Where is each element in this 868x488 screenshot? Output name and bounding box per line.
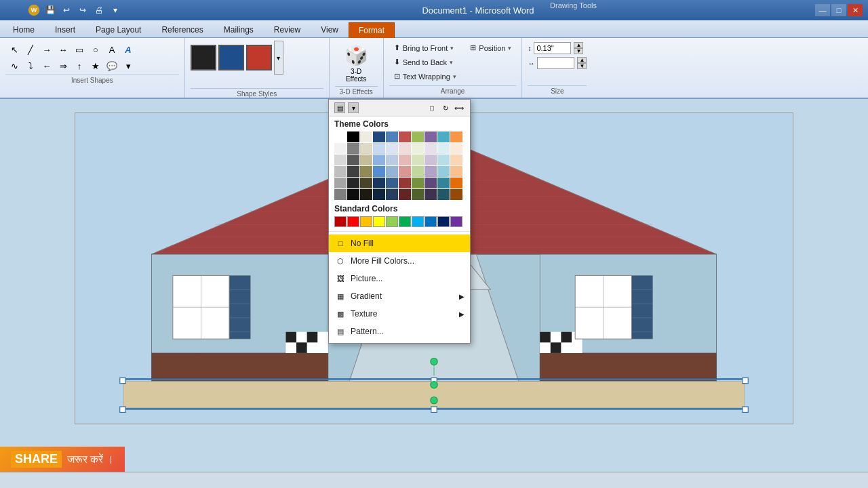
standard-color-cell[interactable] <box>386 216 398 227</box>
theme-color-cell[interactable] <box>399 143 411 154</box>
star-tool[interactable]: ★ <box>88 58 103 73</box>
theme-color-cell[interactable] <box>373 178 385 188</box>
callout-tool[interactable]: 💬 <box>104 58 119 73</box>
theme-color-cell[interactable] <box>360 178 372 188</box>
standard-color-cell[interactable] <box>437 216 450 227</box>
tab-view[interactable]: View <box>311 22 349 37</box>
bring-to-front-btn[interactable]: ⬆ Bring to Front ▾ <box>389 41 459 54</box>
theme-color-cell[interactable] <box>425 178 437 188</box>
theme-color-cell[interactable] <box>450 131 462 142</box>
theme-color-cell[interactable] <box>399 155 411 165</box>
height-input[interactable] <box>534 42 571 54</box>
theme-color-cell[interactable] <box>334 178 347 188</box>
theme-color-cell[interactable] <box>412 155 424 165</box>
width-input[interactable] <box>537 57 574 69</box>
standard-color-cell[interactable] <box>412 216 424 227</box>
cp-dropdown-icon[interactable]: ▾ <box>348 102 359 113</box>
theme-color-cell[interactable] <box>360 131 372 142</box>
theme-color-cell[interactable] <box>334 143 347 154</box>
theme-color-cell[interactable] <box>437 131 450 142</box>
theme-color-cell[interactable] <box>334 189 347 200</box>
height-spinner[interactable]: ▲ ▼ <box>574 42 583 54</box>
office-button[interactable]: W <box>27 3 41 17</box>
more-shapes[interactable]: ▾ <box>121 58 136 73</box>
tab-mailings[interactable]: Mailings <box>214 22 264 37</box>
theme-color-cell[interactable] <box>437 155 450 165</box>
theme-color-cell[interactable] <box>360 143 372 154</box>
print-button[interactable]: 🖨 <box>92 3 106 17</box>
tab-format[interactable]: Format <box>349 22 395 38</box>
curve-tool[interactable]: ∿ <box>7 58 22 73</box>
width-up[interactable]: ▲ <box>577 57 587 63</box>
cp-fill-icon[interactable]: ▤ <box>334 102 345 113</box>
right-arrow-tool[interactable]: ⇒ <box>56 58 71 73</box>
theme-color-cell[interactable] <box>450 143 462 154</box>
theme-color-cell[interactable] <box>425 155 437 165</box>
width-spinner[interactable]: ▲ ▼ <box>577 57 587 69</box>
theme-color-cell[interactable] <box>334 166 347 177</box>
theme-color-cell[interactable] <box>347 166 359 177</box>
fill-swatch-red[interactable] <box>246 45 272 70</box>
theme-color-cell[interactable] <box>450 178 462 188</box>
theme-color-cell[interactable] <box>347 155 359 165</box>
connector-tool[interactable]: ⤵ <box>23 58 38 73</box>
theme-color-cell[interactable] <box>360 189 372 200</box>
theme-color-cell[interactable] <box>334 131 347 142</box>
shape-styles-dropdown[interactable]: ▾ <box>274 41 283 75</box>
theme-color-cell[interactable] <box>425 166 437 177</box>
no-fill-item[interactable]: □ No Fill <box>329 235 470 252</box>
standard-color-cell[interactable] <box>450 216 462 227</box>
line-tool[interactable]: ╱ <box>23 42 38 57</box>
tab-review[interactable]: Review <box>264 22 311 37</box>
cp-rotate-icon[interactable]: ↻ <box>440 102 451 113</box>
close-button[interactable]: ✕ <box>848 4 863 16</box>
theme-color-cell[interactable] <box>399 178 411 188</box>
maximize-button[interactable]: □ <box>831 4 846 16</box>
theme-color-cell[interactable] <box>347 178 359 188</box>
theme-color-cell[interactable] <box>399 166 411 177</box>
pattern-item[interactable]: ▤ Pattern... <box>329 323 470 340</box>
theme-color-cell[interactable] <box>425 143 437 154</box>
theme-color-cell[interactable] <box>373 155 385 165</box>
theme-color-cell[interactable] <box>373 131 385 142</box>
tab-page-layout[interactable]: Page Layout <box>85 22 151 37</box>
redo-button[interactable]: ↪ <box>76 3 90 17</box>
theme-color-cell[interactable] <box>412 166 424 177</box>
theme-color-cell[interactable] <box>334 155 347 165</box>
rect-tool[interactable]: ▭ <box>72 42 87 57</box>
theme-color-cell[interactable] <box>373 189 385 200</box>
theme-color-cell[interactable] <box>412 178 424 188</box>
up-arrow-tool[interactable]: ↑ <box>72 58 87 73</box>
more-colors-item[interactable]: ⬡ More Fill Colors... <box>329 252 470 270</box>
theme-color-cell[interactable] <box>425 189 437 200</box>
text-wrapping-btn[interactable]: ⊡ Text Wrapping ▾ <box>389 70 461 83</box>
theme-color-cell[interactable] <box>450 189 462 200</box>
theme-color-cell[interactable] <box>347 143 359 154</box>
theme-color-cell[interactable] <box>399 189 411 200</box>
standard-color-cell[interactable] <box>347 216 359 227</box>
theme-color-cell[interactable] <box>437 178 450 188</box>
standard-color-cell[interactable] <box>360 216 372 227</box>
text-tool[interactable]: A <box>104 42 119 57</box>
gradient-item[interactable]: ▦ Gradient ▶ <box>329 287 470 305</box>
theme-color-cell[interactable] <box>386 189 398 200</box>
theme-color-cell[interactable] <box>437 189 450 200</box>
theme-color-cell[interactable] <box>386 143 398 154</box>
qat-more[interactable]: ▾ <box>108 3 122 17</box>
picture-item[interactable]: 🖼 Picture... <box>329 270 470 287</box>
standard-color-cell[interactable] <box>425 216 437 227</box>
tab-home[interactable]: Home <box>3 22 45 37</box>
theme-color-cell[interactable] <box>386 131 398 142</box>
fill-swatch-blue[interactable] <box>218 45 244 70</box>
standard-color-cell[interactable] <box>373 216 385 227</box>
theme-color-cell[interactable] <box>399 131 411 142</box>
theme-color-cell[interactable] <box>437 166 450 177</box>
tab-references[interactable]: References <box>151 22 213 37</box>
theme-color-cell[interactable] <box>412 131 424 142</box>
left-arrow-tool[interactable]: ← <box>39 58 54 73</box>
theme-color-cell[interactable] <box>425 131 437 142</box>
theme-color-cell[interactable] <box>386 166 398 177</box>
3d-effects-btn[interactable]: 🎲 3-D Effects <box>341 41 372 86</box>
oval-tool[interactable]: ○ <box>88 42 103 57</box>
cp-arrows-icon[interactable]: ⟺ <box>454 102 465 113</box>
